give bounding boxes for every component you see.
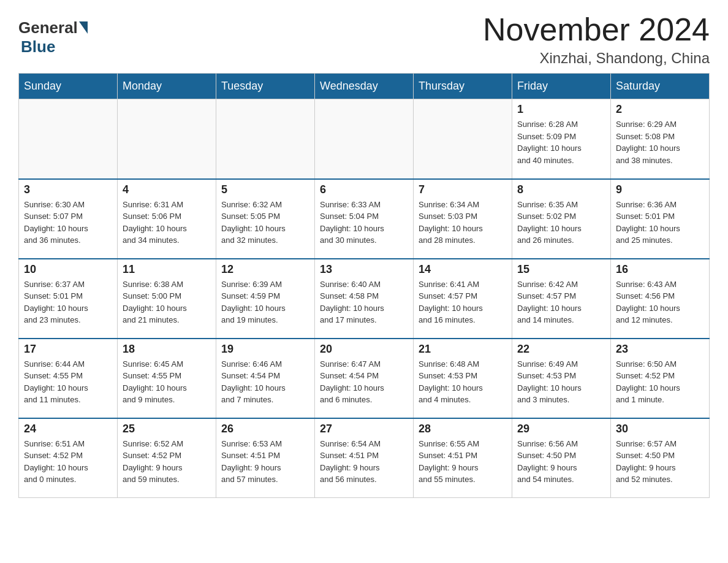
day-number: 17 [24, 343, 112, 356]
calendar-day-cell: 3Sunrise: 6:30 AM Sunset: 5:07 PM Daylig… [19, 179, 118, 259]
calendar-day-cell: 9Sunrise: 6:36 AM Sunset: 5:01 PM Daylig… [611, 179, 710, 259]
calendar-day-cell: 30Sunrise: 6:57 AM Sunset: 4:50 PM Dayli… [611, 418, 710, 498]
calendar-day-cell: 20Sunrise: 6:47 AM Sunset: 4:54 PM Dayli… [315, 339, 414, 418]
day-info: Sunrise: 6:45 AM Sunset: 4:55 PM Dayligh… [123, 358, 211, 406]
day-info: Sunrise: 6:40 AM Sunset: 4:58 PM Dayligh… [320, 278, 408, 326]
day-number: 19 [221, 343, 309, 356]
day-info: Sunrise: 6:44 AM Sunset: 4:55 PM Dayligh… [24, 358, 112, 406]
day-number: 16 [616, 263, 704, 276]
day-info: Sunrise: 6:50 AM Sunset: 4:52 PM Dayligh… [616, 358, 704, 406]
calendar-day-cell [118, 99, 216, 179]
day-number: 28 [419, 423, 507, 435]
day-number: 20 [320, 343, 408, 356]
day-of-week-header: Thursday [414, 74, 512, 99]
calendar-day-cell: 23Sunrise: 6:50 AM Sunset: 4:52 PM Dayli… [611, 339, 710, 418]
day-info: Sunrise: 6:41 AM Sunset: 4:57 PM Dayligh… [419, 278, 507, 326]
day-info: Sunrise: 6:38 AM Sunset: 5:00 PM Dayligh… [123, 278, 211, 326]
calendar-day-cell: 22Sunrise: 6:49 AM Sunset: 4:53 PM Dayli… [512, 339, 611, 418]
day-number: 25 [123, 423, 211, 435]
day-info: Sunrise: 6:37 AM Sunset: 5:01 PM Dayligh… [24, 278, 112, 326]
day-info: Sunrise: 6:33 AM Sunset: 5:04 PM Dayligh… [320, 199, 408, 247]
logo-general-text: General [18, 18, 78, 37]
day-number: 22 [517, 343, 605, 356]
day-number: 14 [419, 263, 507, 276]
calendar-week-row: 17Sunrise: 6:44 AM Sunset: 4:55 PM Dayli… [19, 339, 710, 418]
calendar-day-cell [414, 99, 512, 179]
day-of-week-header: Wednesday [315, 74, 414, 99]
day-number: 15 [517, 263, 605, 276]
day-number: 13 [320, 263, 408, 276]
day-number: 30 [616, 423, 704, 435]
calendar-day-cell: 18Sunrise: 6:45 AM Sunset: 4:55 PM Dayli… [118, 339, 216, 418]
day-info: Sunrise: 6:42 AM Sunset: 4:57 PM Dayligh… [517, 278, 605, 326]
calendar-week-row: 10Sunrise: 6:37 AM Sunset: 5:01 PM Dayli… [19, 259, 710, 339]
calendar-day-cell: 14Sunrise: 6:41 AM Sunset: 4:57 PM Dayli… [414, 259, 512, 339]
day-number: 11 [123, 263, 211, 276]
calendar-day-cell: 28Sunrise: 6:55 AM Sunset: 4:51 PM Dayli… [414, 418, 512, 498]
calendar-day-cell: 26Sunrise: 6:53 AM Sunset: 4:51 PM Dayli… [216, 418, 315, 498]
calendar-day-cell: 27Sunrise: 6:54 AM Sunset: 4:51 PM Dayli… [315, 418, 414, 498]
calendar-day-cell: 12Sunrise: 6:39 AM Sunset: 4:59 PM Dayli… [216, 259, 315, 339]
day-info: Sunrise: 6:46 AM Sunset: 4:54 PM Dayligh… [221, 358, 309, 406]
day-info: Sunrise: 6:30 AM Sunset: 5:07 PM Dayligh… [24, 199, 112, 247]
day-info: Sunrise: 6:49 AM Sunset: 4:53 PM Dayligh… [517, 358, 605, 406]
calendar-day-cell [19, 99, 118, 179]
calendar-day-cell: 4Sunrise: 6:31 AM Sunset: 5:06 PM Daylig… [118, 179, 216, 259]
calendar-week-row: 3Sunrise: 6:30 AM Sunset: 5:07 PM Daylig… [19, 179, 710, 259]
day-number: 23 [616, 343, 704, 356]
day-of-week-header: Sunday [19, 74, 118, 99]
logo-arrow-icon [78, 21, 88, 35]
calendar-day-cell: 19Sunrise: 6:46 AM Sunset: 4:54 PM Dayli… [216, 339, 315, 418]
calendar-day-cell: 10Sunrise: 6:37 AM Sunset: 5:01 PM Dayli… [19, 259, 118, 339]
day-info: Sunrise: 6:43 AM Sunset: 4:56 PM Dayligh… [616, 278, 704, 326]
day-number: 10 [24, 263, 112, 276]
day-number: 27 [320, 423, 408, 435]
calendar-day-cell: 7Sunrise: 6:34 AM Sunset: 5:03 PM Daylig… [414, 179, 512, 259]
day-number: 8 [517, 183, 605, 196]
calendar-week-row: 1Sunrise: 6:28 AM Sunset: 5:09 PM Daylig… [19, 99, 710, 179]
calendar-day-cell: 1Sunrise: 6:28 AM Sunset: 5:09 PM Daylig… [512, 99, 611, 179]
day-info: Sunrise: 6:34 AM Sunset: 5:03 PM Dayligh… [419, 199, 507, 247]
day-number: 29 [517, 423, 605, 435]
calendar-day-cell [315, 99, 414, 179]
calendar-day-cell: 5Sunrise: 6:32 AM Sunset: 5:05 PM Daylig… [216, 179, 315, 259]
calendar-day-cell: 25Sunrise: 6:52 AM Sunset: 4:52 PM Dayli… [118, 418, 216, 498]
day-number: 2 [616, 103, 704, 116]
day-number: 24 [24, 423, 112, 435]
day-info: Sunrise: 6:53 AM Sunset: 4:51 PM Dayligh… [221, 438, 309, 486]
day-info: Sunrise: 6:35 AM Sunset: 5:02 PM Dayligh… [517, 199, 605, 247]
day-number: 4 [123, 183, 211, 196]
title-block: November 2024 Xinzhai, Shandong, China [483, 12, 710, 67]
calendar-day-cell: 16Sunrise: 6:43 AM Sunset: 4:56 PM Dayli… [611, 259, 710, 339]
calendar-day-cell: 6Sunrise: 6:33 AM Sunset: 5:04 PM Daylig… [315, 179, 414, 259]
calendar-week-row: 24Sunrise: 6:51 AM Sunset: 4:52 PM Dayli… [19, 418, 710, 498]
day-of-week-header: Tuesday [216, 74, 315, 99]
day-number: 9 [616, 183, 704, 196]
day-info: Sunrise: 6:51 AM Sunset: 4:52 PM Dayligh… [24, 438, 112, 486]
day-of-week-header: Monday [118, 74, 216, 99]
location-subtitle: Xinzhai, Shandong, China [483, 50, 710, 67]
calendar-day-cell: 29Sunrise: 6:56 AM Sunset: 4:50 PM Dayli… [512, 418, 611, 498]
day-info: Sunrise: 6:47 AM Sunset: 4:54 PM Dayligh… [320, 358, 408, 406]
day-info: Sunrise: 6:28 AM Sunset: 5:09 PM Dayligh… [517, 118, 605, 166]
calendar-day-cell: 21Sunrise: 6:48 AM Sunset: 4:53 PM Dayli… [414, 339, 512, 418]
calendar-day-cell: 15Sunrise: 6:42 AM Sunset: 4:57 PM Dayli… [512, 259, 611, 339]
calendar-day-cell: 11Sunrise: 6:38 AM Sunset: 5:00 PM Dayli… [118, 259, 216, 339]
day-number: 12 [221, 263, 309, 276]
day-info: Sunrise: 6:31 AM Sunset: 5:06 PM Dayligh… [123, 199, 211, 247]
logo-blue-text: Blue [21, 37, 55, 56]
calendar-table: SundayMondayTuesdayWednesdayThursdayFrid… [18, 73, 710, 498]
day-info: Sunrise: 6:48 AM Sunset: 4:53 PM Dayligh… [419, 358, 507, 406]
day-info: Sunrise: 6:39 AM Sunset: 4:59 PM Dayligh… [221, 278, 309, 326]
calendar-day-cell: 2Sunrise: 6:29 AM Sunset: 5:08 PM Daylig… [611, 99, 710, 179]
day-number: 5 [221, 183, 309, 196]
day-number: 1 [517, 103, 605, 116]
day-info: Sunrise: 6:55 AM Sunset: 4:51 PM Dayligh… [419, 438, 507, 486]
day-of-week-header: Friday [512, 74, 611, 99]
calendar-day-cell: 13Sunrise: 6:40 AM Sunset: 4:58 PM Dayli… [315, 259, 414, 339]
calendar-day-cell: 24Sunrise: 6:51 AM Sunset: 4:52 PM Dayli… [19, 418, 118, 498]
day-info: Sunrise: 6:56 AM Sunset: 4:50 PM Dayligh… [517, 438, 605, 486]
day-info: Sunrise: 6:52 AM Sunset: 4:52 PM Dayligh… [123, 438, 211, 486]
day-info: Sunrise: 6:36 AM Sunset: 5:01 PM Dayligh… [616, 199, 704, 247]
day-number: 3 [24, 183, 112, 196]
